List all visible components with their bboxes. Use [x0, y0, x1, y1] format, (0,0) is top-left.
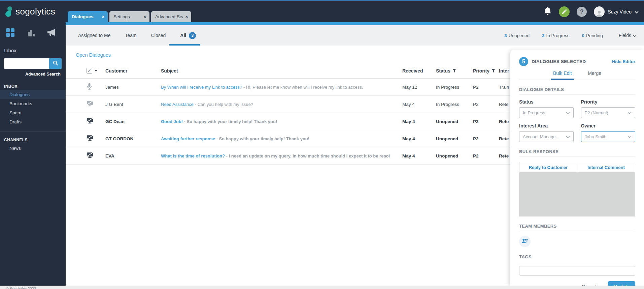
col-subject[interactable]: Subject — [161, 68, 402, 74]
tab-merge[interactable]: Merge — [588, 70, 601, 76]
help-icon[interactable]: ? — [577, 7, 587, 17]
advanced-search-link[interactable]: Advanced Search — [0, 72, 61, 77]
tags-input[interactable] — [519, 266, 635, 276]
filter-funnel-icon[interactable] — [492, 68, 495, 74]
status-label: Status — [519, 99, 574, 105]
tab-closed[interactable]: Closed — [151, 33, 166, 38]
copyright-text: © Sogolytics 2023 — [6, 287, 36, 289]
subject-link[interactable]: By When will I receive my Link to access… — [161, 85, 242, 90]
bar-chart-icon[interactable] — [27, 28, 36, 38]
tab-all[interactable]: All 3 — [180, 32, 196, 39]
in-progress-counter: 2In Progress — [542, 33, 570, 38]
screen-icon — [87, 135, 93, 142]
customer-name: GC Dean — [105, 119, 161, 124]
window-tab-dialogues[interactable]: Dialogues × — [68, 11, 108, 22]
bulk-response-editor[interactable] — [519, 172, 635, 216]
selected-label: DIALOGUES SELECTED — [532, 59, 586, 64]
customer-name: J G Bent — [105, 102, 161, 107]
compose-pencil-icon[interactable] — [559, 6, 570, 17]
chevron-down-icon — [628, 134, 632, 139]
search-button[interactable] — [49, 58, 62, 69]
tab-team[interactable]: Team — [125, 33, 137, 38]
all-count-badge: 3 — [189, 32, 196, 39]
message-preview: - Can you help with my issue? — [194, 102, 253, 107]
user-name: Suzy Video — [608, 9, 632, 15]
dialogue-details-heading: DIALOGUE DETAILS — [519, 87, 635, 95]
team-members-heading: TEAM MEMBERS — [519, 224, 635, 231]
add-team-member-button[interactable] — [519, 236, 531, 247]
tab-bulk-edit[interactable]: Bulk Edit — [553, 70, 572, 76]
col-priority[interactable]: Priority — [473, 68, 499, 74]
priority-label: Priority — [581, 99, 636, 105]
owner-select[interactable]: John Smith — [581, 131, 636, 142]
priority-value: P2 — [473, 136, 499, 141]
close-icon[interactable]: × — [143, 14, 146, 19]
customer-name: James — [105, 85, 161, 90]
megaphone-icon[interactable] — [47, 28, 57, 38]
window-tab-advanced-search[interactable]: Advanced Search × — [151, 11, 191, 22]
close-icon[interactable]: × — [102, 14, 104, 19]
tab-assigned-to-me[interactable]: Assigned to Me — [78, 33, 111, 38]
col-status[interactable]: Status — [436, 68, 473, 74]
channels-group-heading: CHANNELS — [4, 138, 66, 142]
bulk-edit-panel: 5 DIALOGUES SELECTED Hide Editor Bulk Ed… — [510, 50, 644, 286]
unopened-counter: 3Unopened — [504, 33, 530, 38]
priority-value: P2 — [473, 153, 499, 158]
sidebar-item-bookmarks[interactable]: Bookmarks — [0, 99, 66, 108]
customer-name: GT GORDON — [105, 136, 161, 141]
chevron-down-icon — [566, 110, 570, 115]
interest-area-select[interactable]: Account Manage... — [519, 131, 574, 142]
window-tab-settings[interactable]: Settings × — [109, 11, 149, 22]
customer-name: EVA — [105, 153, 161, 158]
update-button[interactable]: Update — [608, 281, 635, 286]
hide-editor-link[interactable]: Hide Editor — [612, 59, 635, 64]
screen-icon — [87, 118, 93, 125]
message-preview: - I need an update on my query. In how m… — [225, 153, 390, 158]
subject-link[interactable]: Good Job! — [161, 119, 183, 124]
bulk-response-heading: BULK RESPONSE — [519, 149, 635, 157]
received-date: May 4 — [402, 119, 436, 124]
subject-link[interactable]: Awaiting further response — [161, 136, 215, 141]
sidebar-item-dialogues[interactable]: Dialogues — [0, 90, 66, 99]
received-date: May 4 — [402, 136, 436, 141]
chevron-down-icon — [628, 110, 632, 115]
priority-select[interactable]: P2 (Normal) — [581, 107, 636, 118]
message-preview: - So happy with your timely help! Thank … — [183, 119, 277, 124]
user-menu[interactable]: Suzy Video — [594, 6, 639, 17]
sidebar: sogolytics Inbox Advanced Search INBOX D — [0, 1, 66, 286]
status-select[interactable]: In Progress — [519, 107, 574, 118]
top-bar: Dialogues × Settings × Advanced Search × — [66, 1, 644, 22]
open-dialogues-link[interactable]: Open Dialogues — [76, 52, 111, 58]
subject-link[interactable]: What is the time of resolution? — [161, 153, 225, 158]
apps-grid-icon[interactable] — [6, 28, 15, 38]
col-received[interactable]: Received — [402, 68, 436, 74]
status-value: Unopened — [436, 153, 473, 158]
sidebar-search-input[interactable] — [4, 58, 49, 69]
microphone-icon — [87, 83, 92, 91]
screen-icon — [87, 100, 93, 108]
subject-link[interactable]: Need Assistance — [161, 102, 194, 107]
sidebar-item-news[interactable]: News — [0, 144, 66, 153]
sidebar-item-spam[interactable]: Spam — [0, 108, 66, 117]
fields-dropdown[interactable]: Fields — [619, 33, 637, 38]
select-all-checkbox[interactable]: ✓ — [87, 68, 92, 74]
sidebar-item-drafts[interactable]: Drafts — [0, 117, 66, 126]
priority-value: P2 — [473, 102, 499, 107]
interest-area-label: Interest Area — [519, 123, 574, 128]
notifications-bell-icon[interactable] — [544, 6, 552, 17]
filter-funnel-icon[interactable] — [452, 68, 456, 74]
received-date: May 4 — [402, 102, 436, 107]
close-icon[interactable]: × — [185, 14, 188, 19]
owner-label: Owner — [581, 123, 636, 128]
cancel-button[interactable]: Cancel — [580, 284, 599, 286]
dialogues-content: Open Dialogues ✓ Customer Subject Receiv… — [66, 46, 644, 286]
accent-strip — [66, 22, 644, 25]
message-preview: - Hi, Please let me know when will I rec… — [242, 85, 363, 90]
reply-to-customer-tab[interactable]: Reply to Customer — [519, 162, 577, 172]
app-logo[interactable]: sogolytics — [0, 1, 66, 22]
col-customer[interactable]: Customer — [105, 68, 161, 74]
inbox-group-heading: INBOX — [4, 84, 66, 89]
sogolytics-logo-icon — [4, 6, 13, 18]
internal-comment-tab[interactable]: Internal Comment — [577, 162, 635, 172]
select-dropdown-caret[interactable] — [95, 70, 97, 71]
